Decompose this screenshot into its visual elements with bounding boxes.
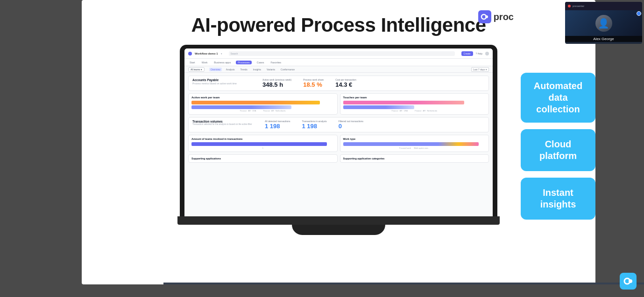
work-type-title: Work type — [343, 138, 486, 140]
amount-teams-title: Amount of teams involved in transactions — [191, 138, 334, 140]
laptop-screen: Workflow demo 1 ▾ Search Create ? Help S… — [184, 48, 493, 216]
nav-create-button[interactable]: Create — [461, 51, 473, 56]
nav-help[interactable]: ? Help — [476, 52, 482, 55]
kpi-process-share-value: 18.5 % — [303, 81, 322, 88]
filter-all-teams[interactable]: All teams ▾ — [188, 67, 205, 72]
video-thumbnail: presenter 👤 Alex George — [565, 2, 642, 44]
feature-box-insights-label: Instantinsights — [540, 187, 576, 210]
nav-avatar — [485, 52, 489, 55]
progress-bar-multi — [343, 142, 479, 146]
nav-bar: Workflow demo 1 ▾ Search Create ? Help — [184, 48, 493, 59]
nav-logo-dot — [188, 52, 192, 55]
trans-all-value: 1 198 — [265, 123, 280, 130]
video-body: 👤 — [565, 10, 642, 36]
bar-orange — [191, 101, 320, 104]
bottom-logo — [620, 273, 637, 290]
tab-business-apps[interactable]: Business apps — [212, 61, 232, 64]
bar-pink — [343, 101, 465, 104]
support-categories-card: Supporting application categories — [340, 154, 489, 163]
kpi-title: Accounts Payable — [192, 78, 219, 82]
date-filter[interactable]: Last 7 days ▾ — [471, 67, 489, 72]
presenter-name-label: Alex George — [565, 36, 642, 42]
sub-tab-variants[interactable]: Variants — [265, 68, 276, 71]
slide-logo: proc — [478, 10, 514, 23]
active-work-bars — [191, 101, 334, 109]
laptop-stand — [292, 225, 385, 235]
tab-cases[interactable]: Cases — [255, 61, 266, 64]
bar-label-1: Finance · AR · USA Finance · AR · Nether… — [191, 110, 334, 112]
amount-teams-card: Amount of teams involved in transactions… — [188, 135, 338, 152]
tab-start[interactable]: Start — [188, 61, 197, 64]
chart-touches: Touches per team Finance · AR · USA Fina… — [340, 93, 489, 115]
main-slide: AI-powered Process Intelligence proc W — [82, 0, 595, 284]
kpi-subtitle: Process metrics based on active work tim… — [192, 82, 237, 85]
slide-bottom-bar — [163, 283, 644, 284]
sub-tab-analysis[interactable]: Analysis — [225, 68, 236, 71]
touches-bars — [343, 101, 486, 109]
support-apps-title: Supporting applications — [191, 157, 334, 160]
sub-tab-trends[interactable]: Trends — [239, 68, 248, 71]
support-apps-card: Supporting applications — [188, 154, 338, 163]
presenter-avatar: 👤 — [595, 15, 612, 32]
trans-subtitle: Transaction selected for the analysis is… — [192, 123, 253, 125]
video-title: presenter — [573, 5, 584, 7]
tab-favorites[interactable]: Favorites — [269, 61, 283, 64]
kpi-active-work-value: 348.5 h — [262, 81, 283, 88]
tab-work[interactable]: Work — [200, 61, 209, 64]
charts-row: Active work per team Finance · AR · USA … — [188, 93, 489, 115]
sub-tab-conformance[interactable]: Conformance — [279, 68, 296, 71]
kpi-title-section: Accounts Payable Process metrics based o… — [192, 78, 248, 85]
trans-filtered-value: 0 — [339, 123, 342, 130]
video-presenter: 👤 — [595, 15, 612, 32]
trans-all-detected: All detected transactions 1 198 — [265, 120, 290, 130]
svg-point-3 — [629, 279, 632, 283]
sub-tab-insights[interactable]: Insights — [252, 68, 262, 71]
svg-point-1 — [485, 15, 488, 18]
support-row: Supporting applications Supporting appli… — [188, 154, 489, 163]
nav-brand: Workflow demo 1 — [195, 52, 218, 55]
dash-content: Accounts Payable Process metrics based o… — [184, 73, 493, 216]
chart-touches-title: Touches per team — [343, 96, 486, 99]
feature-box-cloud-label: Cloudplatform — [539, 138, 577, 162]
chart-active-work-title: Active work per team — [191, 96, 334, 99]
bar-blue — [191, 105, 291, 109]
kpi-process-share: Process work share 18.5 % — [303, 78, 324, 88]
progress-label-2: Focused work Multi system wor... — [343, 147, 486, 149]
progress-bar-full — [191, 142, 327, 146]
sub-tab-bar: All teams ▾ Overview Analysis Trends Ins… — [184, 66, 493, 73]
trans-title-section: Transaction volumes Transaction selected… — [192, 120, 253, 125]
kpi-active-work: Active work (previous week) 348.5 h — [262, 78, 291, 88]
feature-box-insights: Instantinsights — [521, 178, 595, 220]
record-dot — [568, 5, 571, 7]
bottom-row: Amount of teams involved in transactions… — [188, 135, 489, 152]
bar-blue-2 — [343, 105, 415, 109]
logo-icon — [478, 10, 491, 23]
transactions-card: Transaction volumes Transaction selected… — [188, 117, 489, 132]
nav-search[interactable]: Search — [229, 51, 455, 56]
feature-box-cloud: Cloudplatform — [521, 129, 595, 171]
laptop-screen-border: Workflow demo 1 ▾ Search Create ? Help S… — [180, 45, 497, 216]
work-type-card: Work type Focused work Multi system wor.… — [340, 135, 489, 152]
kpi-cost: Cost per transaction 14.3 € — [335, 78, 356, 88]
nav-search-placeholder: Search — [231, 52, 238, 55]
kpi-cost-value: 14.3 € — [335, 81, 352, 88]
trans-title: Transaction volumes — [192, 120, 253, 123]
sub-tab-overview[interactable]: Overview — [209, 68, 222, 71]
tab-bar: Start Work Business apps Processes Cases… — [184, 59, 493, 66]
trans-filtered-label: Filtered out transactions — [339, 120, 363, 123]
laptop-wrapper: Workflow demo 1 ▾ Search Create ? Help S… — [82, 45, 595, 235]
trans-filtered: Filtered out transactions 0 — [339, 120, 363, 130]
kpi-card: Accounts Payable Process metrics based o… — [188, 76, 489, 91]
trans-analysis-value: 1 198 — [302, 123, 317, 130]
nav-dropdown-icon: ▾ — [221, 52, 222, 55]
logo-text: proc — [494, 12, 514, 22]
feature-box-automated-label: Automateddatacollection — [534, 80, 582, 115]
laptop: Workflow demo 1 ▾ Search Create ? Help S… — [180, 45, 497, 235]
bar-label-2: Finance · AR · USA Finance · AR · Nether… — [343, 110, 486, 112]
progress-label-1: 1 — [191, 147, 334, 149]
laptop-base — [177, 216, 500, 225]
chart-active-work: Active work per team Finance · AR · USA … — [188, 93, 338, 115]
feature-boxes: Automateddatacollection Cloudplatform In… — [521, 73, 595, 220]
dashboard: Workflow demo 1 ▾ Search Create ? Help S… — [184, 48, 493, 216]
tab-processes[interactable]: Processes — [236, 61, 252, 64]
